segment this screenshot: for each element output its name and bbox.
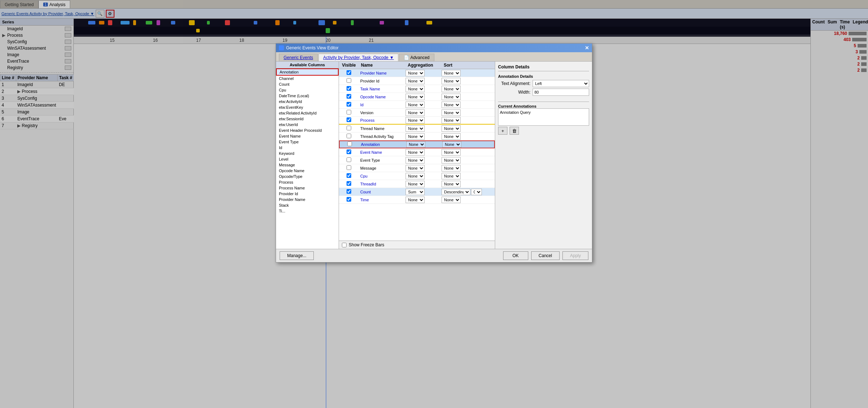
avail-item-ti[interactable]: Ti... xyxy=(276,208,339,214)
avail-item-count[interactable]: Count xyxy=(276,81,339,87)
avail-item-etw-related[interactable]: etw:Related ActivityId xyxy=(276,110,339,116)
visible-checkbox-time[interactable] xyxy=(347,197,351,202)
avail-item-id[interactable]: Id xyxy=(276,145,339,151)
avail-item-channel[interactable]: Channel xyxy=(276,76,339,81)
agg-select-time[interactable]: None xyxy=(406,197,425,203)
apply-button[interactable]: Apply xyxy=(562,251,588,260)
agg-select-message[interactable]: None xyxy=(406,165,425,171)
ok-button[interactable]: OK xyxy=(503,251,528,260)
modal-tab-generic-events[interactable]: Generic Events xyxy=(279,54,318,61)
avail-item-level[interactable]: Level xyxy=(276,156,339,162)
visible-checkbox-count[interactable] xyxy=(347,189,351,194)
agg-select-thread-activity-tag[interactable]: None xyxy=(406,133,425,140)
col-row-version: Version None None xyxy=(339,109,495,117)
avail-item-stack[interactable]: Stack xyxy=(276,202,339,208)
available-columns-list: Annotation Channel Count Cpu DateTime (L… xyxy=(276,68,339,249)
sort-select-count[interactable]: DescendingAscendingNone xyxy=(442,189,470,195)
modal-tab-activity[interactable]: Activity by Provider, Task, Opcode ▼ xyxy=(318,54,398,61)
sort-select-version[interactable]: None xyxy=(442,109,461,116)
agg-select-provider-name[interactable]: None xyxy=(406,70,425,76)
sort-select-thread-activity-tag[interactable]: None xyxy=(442,133,461,140)
col-row-count: Count SumNone DescendingAscendingNone 0 xyxy=(339,188,495,196)
agg-select-cpu[interactable]: None xyxy=(406,173,425,179)
delete-annotation-button[interactable]: 🗑 xyxy=(510,127,519,135)
visible-checkbox-event-name[interactable] xyxy=(347,149,351,154)
sort-select-opcode-name[interactable]: None xyxy=(442,94,461,100)
sort-select-provider-name[interactable]: None xyxy=(442,70,461,76)
modal-tab-advanced[interactable]: 📄 Advanced xyxy=(399,54,434,61)
modal-close-button[interactable]: ✕ xyxy=(585,45,589,51)
sort-select-threadid[interactable]: None xyxy=(442,181,461,187)
visible-checkbox-opcode-name[interactable] xyxy=(347,94,351,99)
avail-item-event-name[interactable]: Event Name xyxy=(276,133,339,139)
avail-item-datetime[interactable]: DateTime (Local) xyxy=(276,93,339,99)
avail-item-opcode-name[interactable]: Opcode Name xyxy=(276,168,339,174)
avail-item-cpu[interactable]: Cpu xyxy=(276,87,339,93)
sort-select-time[interactable]: None xyxy=(442,197,461,203)
sort-select-annotation[interactable]: None xyxy=(442,141,461,148)
sort-select-cpu[interactable]: None xyxy=(442,173,461,179)
visible-checkbox-task-name[interactable] xyxy=(347,86,351,91)
visible-checkbox-provider-id[interactable] xyxy=(347,78,351,83)
sort-priority-count[interactable]: 0 xyxy=(471,189,482,195)
visible-checkbox-thread-name[interactable] xyxy=(347,126,351,130)
avail-item-process-name[interactable]: Process Name xyxy=(276,185,339,191)
modal-dialog: Generic Events View Editor ✕ Generic Eve… xyxy=(276,43,592,263)
agg-select-version[interactable]: None xyxy=(406,109,425,116)
avail-item-etw-activityid[interactable]: etw:ActivityId xyxy=(276,99,339,104)
agg-select-id[interactable]: None xyxy=(406,102,425,108)
agg-select-opcode-name[interactable]: None xyxy=(406,94,425,100)
manage-button[interactable]: Manage... xyxy=(280,251,314,260)
agg-select-threadid[interactable]: None xyxy=(406,181,425,187)
col-row-task-name: Task Name None None xyxy=(339,85,495,93)
agg-select-annotation[interactable]: None xyxy=(406,141,425,148)
agg-select-count[interactable]: SumNone xyxy=(406,189,425,195)
visible-checkbox-cpu[interactable] xyxy=(347,173,351,178)
sort-select-process[interactable]: None xyxy=(442,117,461,124)
avail-item-etw-userid[interactable]: etw:UserId xyxy=(276,122,339,127)
avail-item-event-header[interactable]: Event Header ProcessId xyxy=(276,127,339,133)
visible-checkbox-thread-activity-tag[interactable] xyxy=(347,134,351,138)
sort-select-event-name[interactable]: None xyxy=(442,149,461,156)
avail-item-message[interactable]: Message xyxy=(276,162,339,168)
text-alignment-select[interactable]: Left Center Right xyxy=(533,80,589,87)
agg-select-event-name[interactable]: None xyxy=(406,149,425,156)
annotation-details-section: Annotation Details Text Alignment: Left … xyxy=(498,74,589,97)
visible-checkbox-threadid[interactable] xyxy=(347,181,351,186)
sort-select-provider-id[interactable]: None xyxy=(442,78,461,84)
avail-item-etw-session[interactable]: etw:SessionId xyxy=(276,116,339,122)
visible-checkbox-provider-name[interactable] xyxy=(347,70,351,75)
cancel-button[interactable]: Cancel xyxy=(531,251,560,260)
sort-select-id[interactable]: None xyxy=(442,102,461,108)
visible-checkbox-message[interactable] xyxy=(347,165,351,170)
agg-select-thread-name[interactable]: None xyxy=(406,125,425,132)
annotation-query-textarea[interactable]: Annotation Query xyxy=(498,108,589,126)
sort-select-task-name[interactable]: None xyxy=(442,86,461,92)
visible-checkbox-annotation[interactable] xyxy=(347,142,352,146)
sort-select-thread-name[interactable]: None xyxy=(442,125,461,132)
avail-item-annotation[interactable]: Annotation xyxy=(276,68,339,76)
freeze-row: Show Freeze Bars xyxy=(339,241,495,249)
add-annotation-button[interactable]: + xyxy=(498,127,507,135)
avail-item-opcode-type[interactable]: Opcode/Type xyxy=(276,174,339,179)
agg-select-provider-id[interactable]: None xyxy=(406,78,425,84)
agg-select-process[interactable]: None xyxy=(406,117,425,124)
visible-checkbox-process[interactable] xyxy=(347,117,351,122)
annotation-details-title: Annotation Details xyxy=(498,74,589,79)
agg-select-event-type[interactable]: None xyxy=(406,157,425,163)
avail-item-process[interactable]: Process xyxy=(276,179,339,185)
visible-checkbox-event-type[interactable] xyxy=(347,157,351,162)
avail-item-etw-eventkey[interactable]: etw:EventKey xyxy=(276,104,339,110)
avail-item-provider-name[interactable]: Provider Name xyxy=(276,197,339,202)
visible-checkbox-version[interactable] xyxy=(347,110,351,115)
avail-item-event-type[interactable]: Event Type xyxy=(276,139,339,145)
avail-item-keyword[interactable]: Keyword xyxy=(276,151,339,156)
sort-select-event-type[interactable]: None xyxy=(442,157,461,163)
visible-checkbox-id[interactable] xyxy=(347,102,351,107)
agg-select-task-name[interactable]: None xyxy=(406,86,425,92)
avail-item-provider-id[interactable]: Provider Id xyxy=(276,191,339,197)
text-alignment-row: Text Alignment: Left Center Right xyxy=(498,80,589,87)
width-input[interactable] xyxy=(533,89,589,96)
sort-select-message[interactable]: None xyxy=(442,165,461,171)
show-freeze-bars-checkbox[interactable] xyxy=(342,243,347,247)
